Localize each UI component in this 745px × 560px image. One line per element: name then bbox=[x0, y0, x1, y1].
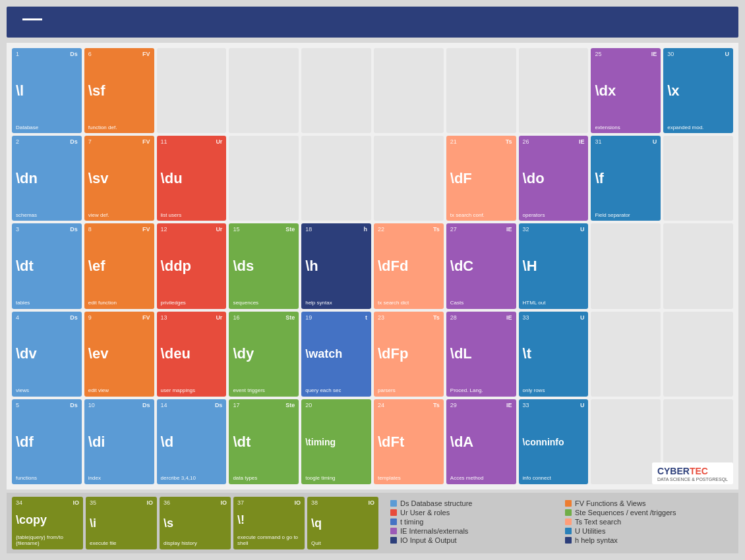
legend-label: IO Input & Output bbox=[400, 536, 457, 544]
cell-label: Database bbox=[16, 125, 78, 131]
cell-label: Field separator bbox=[595, 212, 657, 219]
bottom-grid: 34 IO \copy {table|query} from/to {filen… bbox=[12, 497, 378, 549]
periodic-cell: 9 FV \ev edit view bbox=[84, 312, 154, 397]
empty-cell bbox=[446, 48, 516, 133]
cell-header: 18 h bbox=[305, 226, 367, 233]
cell-number: 24 bbox=[378, 402, 384, 408]
cell-command: \dFp bbox=[378, 347, 440, 361]
legend-label: Ds Database structure bbox=[400, 499, 472, 507]
cell-label: templates bbox=[378, 475, 440, 482]
empty-cell bbox=[591, 399, 661, 484]
periodic-cell: 7 FV \sv view def. bbox=[84, 136, 154, 221]
legend-label: t timing bbox=[400, 518, 423, 526]
cell-label: index bbox=[88, 475, 150, 482]
logo-tec: TEC bbox=[690, 466, 708, 476]
cell-command: \l bbox=[16, 84, 78, 98]
cell-header: 13 Ur bbox=[161, 314, 223, 321]
bottom-cell: 36 IO \s display history bbox=[160, 497, 231, 549]
cell-type: Ds bbox=[70, 314, 78, 321]
cell-type: Ste bbox=[285, 402, 295, 408]
legend-dot bbox=[390, 518, 397, 525]
cell-type: Ur bbox=[216, 226, 222, 233]
cell-header: 36 IO bbox=[164, 499, 227, 506]
cell-header: 5 Ds bbox=[16, 402, 78, 408]
cell-number: 12 bbox=[161, 226, 167, 233]
cell-header: 10 Ds bbox=[88, 402, 150, 408]
cell-number: 10 bbox=[88, 402, 95, 408]
cell-header: 28 IE bbox=[450, 314, 512, 321]
cell-header: 9 FV bbox=[88, 314, 150, 321]
cell-number: 3 bbox=[16, 226, 19, 233]
cell-header: 27 IE bbox=[450, 226, 512, 233]
bottom-cell: 34 IO \copy {table|query} from/to {filen… bbox=[12, 497, 83, 549]
cell-command: \sf bbox=[88, 84, 150, 98]
cell-number: 21 bbox=[450, 138, 457, 145]
main-container: 1 Ds \l Database 6 FV \sf function def. … bbox=[0, 0, 745, 560]
periodic-cell: 23 Ts \dFp parsers bbox=[374, 312, 444, 397]
periodic-cell: 14 Ds \d dercribe 3,4,10 bbox=[157, 399, 227, 484]
periodic-cell: 28 IE \dL Proced. Lang. bbox=[446, 312, 516, 397]
cell-label: edit view bbox=[88, 387, 150, 394]
empty-cell bbox=[229, 136, 299, 221]
cell-type: IO bbox=[294, 499, 301, 506]
cell-command: \q bbox=[311, 517, 374, 529]
cell-command: \dFd bbox=[378, 259, 440, 273]
cell-command: \do bbox=[523, 171, 585, 186]
cell-number: 18 bbox=[305, 226, 312, 233]
cell-number: 32 bbox=[523, 226, 529, 233]
cell-type: Ste bbox=[285, 226, 295, 233]
cell-label: views bbox=[16, 387, 78, 394]
bottom-cell: 38 IO \q Quit bbox=[307, 497, 378, 549]
legend-dot bbox=[565, 500, 572, 507]
cell-type: FV bbox=[142, 226, 150, 233]
periodic-cell: 32 U \H HTML out bbox=[519, 223, 589, 308]
cell-command: \x bbox=[667, 84, 729, 98]
cell-label: Acces method bbox=[450, 475, 512, 482]
empty-cell bbox=[374, 136, 444, 221]
cell-header: 23 Ts bbox=[378, 314, 440, 321]
cell-header: 32 U bbox=[523, 226, 585, 233]
cell-type: Ds bbox=[70, 51, 78, 57]
cell-label: {table|query} from/to {filename} bbox=[16, 534, 79, 547]
cell-command: \ev bbox=[88, 347, 150, 361]
cell-header: 35 IO bbox=[90, 499, 153, 506]
periodic-cell: 29 IE \dA Acces method bbox=[446, 399, 516, 484]
cell-label: view def. bbox=[88, 212, 150, 219]
cell-number: 17 bbox=[233, 402, 239, 408]
cell-header: 19 t bbox=[305, 314, 367, 321]
cell-label: functions bbox=[16, 475, 78, 482]
cell-label: toogle timing bbox=[305, 475, 367, 482]
cell-header: 21 Ts bbox=[450, 138, 512, 145]
periodic-cell: 33 U \conninfo info connect bbox=[519, 399, 589, 484]
cell-label: display history bbox=[164, 540, 227, 547]
periodic-cell: 13 Ur \deu user mappings bbox=[157, 312, 227, 397]
cell-number: 36 bbox=[164, 499, 170, 506]
cell-command: \ef bbox=[88, 259, 150, 273]
cell-label: Casts bbox=[450, 300, 512, 306]
cell-type: IE bbox=[579, 138, 585, 145]
legend-label: FV Functions & Views bbox=[575, 499, 645, 507]
periodic-cell: 19 t \watch query each sec bbox=[301, 312, 371, 397]
cell-header: 1 Ds bbox=[16, 51, 78, 57]
cell-number: 25 bbox=[595, 51, 601, 57]
cell-command: \du bbox=[161, 171, 223, 186]
cell-type: Ts bbox=[433, 226, 440, 233]
legend-item: IE Internals/externals bbox=[390, 527, 552, 535]
cell-label: only rows bbox=[523, 387, 585, 394]
cell-type: Ur bbox=[216, 138, 222, 145]
periodic-cell: 25 IE \dx extensions bbox=[591, 48, 661, 133]
cell-label: execute file bbox=[90, 540, 153, 547]
bottom-cell: 37 IO \! execute command o go to shell bbox=[233, 497, 305, 549]
header-line bbox=[22, 18, 42, 20]
cell-header: 20 bbox=[305, 402, 367, 408]
cell-label: tx search dict bbox=[378, 300, 440, 306]
cell-command: \deu bbox=[161, 347, 223, 361]
cell-label: user mappings bbox=[161, 387, 223, 394]
legend-dot bbox=[565, 509, 572, 516]
cell-type: IO bbox=[73, 499, 79, 506]
legend-dot bbox=[390, 537, 397, 544]
cell-type: Ts bbox=[433, 402, 440, 408]
legend-item: Ste Sequences / event /triggers bbox=[565, 509, 727, 517]
header bbox=[7, 7, 738, 38]
periodic-cell: 11 Ur \du list users bbox=[157, 136, 227, 221]
